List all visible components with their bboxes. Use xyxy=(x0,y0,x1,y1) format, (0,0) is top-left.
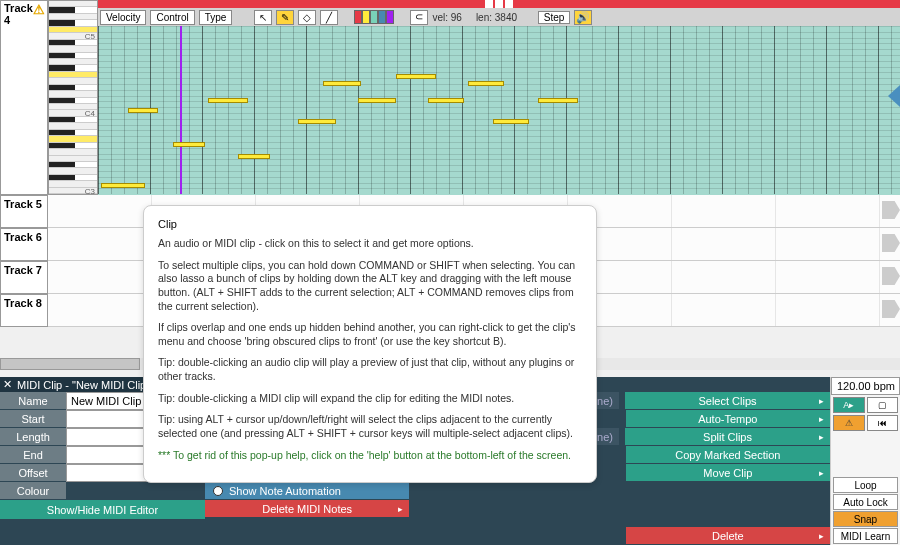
show-note-automation-button[interactable]: Show Note Automation xyxy=(205,482,409,499)
skip-start-button[interactable]: ⏮ xyxy=(867,415,899,431)
scrollbar-thumb[interactable] xyxy=(0,358,140,370)
warning-icon: ⚠ xyxy=(33,2,45,17)
auto-tempo-button[interactable]: Auto-Tempo▸ xyxy=(626,410,830,427)
lane-arrow-icon xyxy=(882,267,900,285)
chevron-right-icon: ▸ xyxy=(819,531,824,541)
type-mode-button[interactable]: Type xyxy=(199,10,233,25)
track-header-8[interactable]: Track 8 xyxy=(0,294,48,327)
move-clip-button[interactable]: Move Clip▸ xyxy=(626,464,830,481)
lane-arrow-icon xyxy=(882,201,900,219)
marker-a-button[interactable]: A▸ xyxy=(833,397,865,413)
close-icon[interactable]: ✕ xyxy=(2,378,13,391)
chevron-right-icon: ▸ xyxy=(819,396,824,406)
track-label: Track 4 xyxy=(4,2,33,26)
warning-button[interactable]: ⚠ xyxy=(833,415,865,431)
step-button[interactable]: Step xyxy=(538,11,571,24)
snap-button[interactable]: Snap xyxy=(833,511,898,527)
track-header-5[interactable]: Track 5 xyxy=(0,195,48,228)
track-header-4[interactable]: Track 4 ⚠ xyxy=(0,0,48,195)
timeline-ruler[interactable] xyxy=(98,0,900,8)
loop-button[interactable]: Loop xyxy=(833,477,898,493)
midi-learn-button[interactable]: MIDI Learn xyxy=(833,528,898,544)
radio-icon xyxy=(213,486,223,496)
tooltip-title: Clip xyxy=(158,218,582,230)
auto-lock-button[interactable]: Auto Lock xyxy=(833,494,898,510)
pencil-tool-button[interactable]: ✎ xyxy=(276,10,294,25)
track-header-6[interactable]: Track 6 xyxy=(0,228,48,261)
name-label: Name xyxy=(0,392,66,410)
start-label: Start xyxy=(0,410,66,428)
chevron-right-icon: ▸ xyxy=(819,432,824,442)
control-mode-button[interactable]: Control xyxy=(150,10,194,25)
chevron-right-icon: ▸ xyxy=(819,414,824,424)
show-hide-midi-editor-button[interactable]: Show/Hide MIDI Editor xyxy=(0,500,205,519)
select-clips-button[interactable]: Select Clips▸ xyxy=(625,392,830,409)
erase-tool-button[interactable]: ◇ xyxy=(298,10,316,25)
length-readout: len: 3840 xyxy=(476,12,517,23)
loop-marker-icon[interactable]: ⊂ xyxy=(410,10,428,25)
end-label: End xyxy=(0,446,66,464)
note-color-swatches[interactable] xyxy=(354,10,394,24)
offset-label: Offset xyxy=(0,464,66,482)
line-tool-button[interactable]: ╱ xyxy=(320,10,338,25)
pointer-tool-button[interactable]: ↖ xyxy=(254,10,272,25)
delete-button[interactable]: Delete▸ xyxy=(626,527,830,544)
colour-label: Colour xyxy=(0,482,66,500)
help-tooltip: Clip An audio or MIDI clip - click on th… xyxy=(143,205,597,483)
length-label: Length xyxy=(0,428,66,446)
chevron-right-icon: ▸ xyxy=(819,468,824,478)
piano-roll-toolbar: Velocity Control Type ↖ ✎ ◇ ╱ ⊂ vel: 96 … xyxy=(98,8,900,26)
piano-roll[interactable]: Velocity Control Type ↖ ✎ ◇ ╱ ⊂ vel: 96 … xyxy=(98,0,900,195)
lane-arrow-icon xyxy=(882,300,900,318)
preview-sound-button[interactable]: 🔊 xyxy=(574,10,592,25)
lane-arrow-icon xyxy=(882,234,900,252)
velocity-mode-button[interactable]: Velocity xyxy=(100,10,146,25)
piano-keyboard[interactable] xyxy=(48,0,98,195)
transport-panel: 120.00 bpm A▸ ▢ ⚠ ⏮ Loop Auto Lock Snap … xyxy=(830,377,900,545)
track-header-7[interactable]: Track 7 xyxy=(0,261,48,294)
split-clips-button[interactable]: Split Clips▸ xyxy=(625,428,830,445)
velocity-readout: vel: 96 xyxy=(432,12,461,23)
copy-marked-button[interactable]: Copy Marked Section xyxy=(626,446,830,463)
delete-midi-notes-button[interactable]: Delete MIDI Notes▸ xyxy=(205,500,409,517)
chevron-right-icon: ▸ xyxy=(398,504,403,514)
marker-b-button[interactable]: ▢ xyxy=(867,397,899,413)
bpm-field[interactable]: 120.00 bpm xyxy=(831,377,900,395)
note-grid[interactable] xyxy=(98,26,900,194)
playhead[interactable] xyxy=(180,26,182,194)
